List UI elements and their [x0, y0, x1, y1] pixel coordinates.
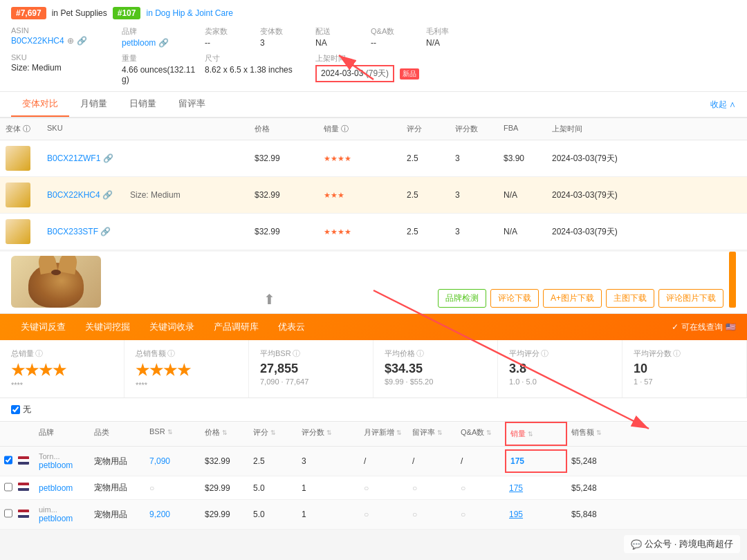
action-buttons: 品牌检测 评论下载 A+图片下载 主图下载 评论图片下载: [438, 289, 723, 308]
th-sales: 销量 ⓘ: [318, 118, 401, 140]
stat-total-sales: 总销量 ⓘ ★★★★ ****: [0, 340, 124, 398]
nav-keyword-review[interactable]: 关键词反查: [11, 315, 75, 339]
variant-price-3: $32.99: [249, 221, 318, 242]
tab-review-rate[interactable]: 留评率: [167, 92, 216, 117]
variant-asin-2[interactable]: B0CX22KHC4 🔗: [42, 185, 124, 205]
stat-total-sales-label: 总销量 ⓘ: [11, 348, 113, 359]
btd-qa-1: /: [456, 451, 505, 472]
stat-avg-rating-value: 3.8: [509, 362, 611, 376]
stat-avg-bsr-sub: 7,090 · 77,647: [260, 377, 362, 386]
brand-label: 品牌: [122, 26, 205, 37]
stat-avg-rating-count-value: 10: [634, 362, 735, 376]
aplus-download-button[interactable]: A+图片下载: [543, 289, 602, 308]
bth-rating: 评分 ⇅: [249, 422, 297, 446]
listing-date-box: 2024-03-03 (79天): [315, 65, 394, 82]
variant-sales-3: ★★★★: [318, 222, 401, 242]
rank-badges: #7,697 in Pet Supplies #107 in Dog Hip &…: [11, 7, 736, 19]
btd-check-1[interactable]: [0, 450, 14, 472]
btd-monthly-new-3: ○: [360, 504, 408, 525]
btd-rating-1: 2.5: [249, 451, 297, 472]
online-query: ✓ 可在线查询 🇺🇸: [672, 321, 736, 333]
stat-total-revenue-sub: ****: [136, 381, 237, 389]
bth-check: [0, 422, 14, 446]
filter-checkbox-label[interactable]: 无: [11, 404, 31, 416]
variant-price-2: $32.99: [249, 185, 318, 205]
btd-brand-1: Torn... petbloom: [35, 447, 90, 476]
size-value: 8.62 x 6.5 x 1.38 inches: [205, 65, 315, 75]
btd-bsr-3[interactable]: 9,200: [145, 504, 201, 525]
btd-brand-2: petbloom: [35, 478, 90, 498]
stat-avg-rating: 平均评分 ⓘ 3.8 1.0 · 5.0: [498, 340, 622, 398]
listing-date-value: 2024-03-03: [321, 68, 363, 78]
bth-sales: 销量 ⇅: [505, 422, 567, 446]
copy-icon[interactable]: ⊕: [67, 36, 74, 46]
nav-keyword-dig[interactable]: 关键词挖掘: [75, 315, 140, 339]
profit-value: N/A: [426, 38, 481, 48]
weight-info: 重量 4.66 ounces(132.11 g): [122, 53, 205, 84]
variant-rating-1: 2.5: [401, 148, 450, 169]
tab-daily-sales[interactable]: 日销量: [118, 92, 167, 117]
review-img-download-button[interactable]: 评论图片下载: [658, 289, 723, 308]
link-icon[interactable]: 🔗: [77, 36, 87, 46]
btd-sales-3[interactable]: 195: [505, 504, 567, 525]
variant-date-1: 2024-03-03(79天): [546, 147, 657, 170]
btd-sales-1[interactable]: 175: [505, 449, 567, 473]
variant-row-1: B0CX21ZWF1 🔗 $32.99 ★★★★ 2.5 3 $3.90 202…: [0, 140, 747, 177]
tab-variant-compare[interactable]: 变体对比: [11, 92, 69, 117]
btd-rating-count-1: 3: [297, 451, 360, 472]
variant-asin-1[interactable]: B0CX21ZWF1 🔗: [42, 148, 124, 169]
asin-value: B0CX22KHC4: [11, 36, 64, 46]
review-download-button[interactable]: 评论下载: [490, 289, 539, 308]
bth-flag: [14, 422, 35, 446]
variant-sales-1: ★★★★: [318, 149, 401, 169]
bth-revenue: 销售额 ⇅: [567, 422, 622, 446]
variant-sku-2: Size: Medium: [124, 185, 249, 205]
brand-detect-button[interactable]: 品牌检测: [438, 289, 486, 308]
filter-row: 无: [0, 398, 747, 422]
btd-rating-count-2: 1: [297, 478, 360, 498]
listing-date-info: 上架时间 2024-03-03 (79天) 新品: [315, 53, 468, 82]
filter-label: 无: [23, 404, 31, 416]
variant-table: 变体 ⓘ SKU 价格 销量 ⓘ 评分 评分数 FBA 上架时间 B0CX21Z…: [0, 118, 747, 250]
bottom-table-header: 品牌 品类 BSR ⇅ 价格 ⇅ 评分 ⇅ 评分数 ⇅ 月评新增 ⇅ 留评率 ⇅…: [0, 422, 747, 447]
btd-review-rate-1: /: [408, 451, 456, 472]
collapse-button[interactable]: 收起 ∧: [710, 99, 736, 111]
seller-count-label: 卖家数: [205, 26, 260, 37]
bth-category: 品类: [90, 422, 145, 446]
nav-youbiao[interactable]: 优表云: [268, 315, 315, 339]
nav-product-research[interactable]: 产品调研库: [204, 315, 268, 339]
nav-keyword-include[interactable]: 关键词收录: [140, 315, 204, 339]
stat-avg-price: 平均价格 ⓘ $34.35 $9.99 · $55.20: [374, 340, 498, 398]
seller-count-value: --: [205, 38, 260, 48]
variant-count-info: 变体数 3: [260, 26, 315, 48]
sku-info: SKU Size: Medium: [11, 53, 122, 73]
stat-total-revenue-value: ★★★★: [136, 362, 237, 380]
nav-links: 关键词反查 关键词挖掘 关键词收录 产品调研库 优表云: [11, 315, 315, 339]
filter-checkbox[interactable]: [11, 405, 20, 414]
brand-link-icon[interactable]: 🔗: [158, 38, 169, 48]
variant-asin-3[interactable]: B0CX233STF 🔗: [42, 221, 124, 242]
upload-icon[interactable]: ⬆: [264, 291, 275, 308]
btd-sales-2[interactable]: 175: [505, 478, 567, 498]
variant-rating-count-1: 3: [450, 148, 498, 169]
btd-review-rate-2: ○: [408, 478, 456, 498]
brand-value: petbloom: [122, 38, 156, 48]
variant-fba-2: N/A: [498, 185, 546, 205]
btd-check-2[interactable]: [0, 477, 14, 499]
shipping-info: 配送 NA: [315, 26, 371, 48]
btd-bsr-2: ○: [145, 478, 201, 498]
btd-revenue-1: $5,248: [567, 451, 622, 472]
btd-monthly-new-2: ○: [360, 478, 408, 498]
btd-bsr-1[interactable]: 7,090: [145, 451, 201, 472]
btd-check-3[interactable]: [0, 503, 14, 525]
variant-row-2: B0CX22KHC4 🔗 Size: Medium $32.99 ★★★ 2.5…: [0, 177, 747, 214]
seller-count-info: 卖家数 --: [205, 26, 260, 48]
variant-rating-count-3: 3: [450, 221, 498, 242]
stats-row: 总销量 ⓘ ★★★★ **** 总销售额 ⓘ ★★★★ **** 平均BSR ⓘ…: [0, 340, 747, 398]
tab-monthly-sales[interactable]: 月销量: [69, 92, 118, 117]
th-date: 上架时间: [546, 118, 657, 140]
stat-total-sales-value: ★★★★: [11, 362, 113, 380]
main-img-download-button[interactable]: 主图下载: [606, 289, 654, 308]
variant-sku-3: [124, 226, 249, 237]
rank-label-2: in Dog Hip & Joint Care: [146, 8, 232, 18]
